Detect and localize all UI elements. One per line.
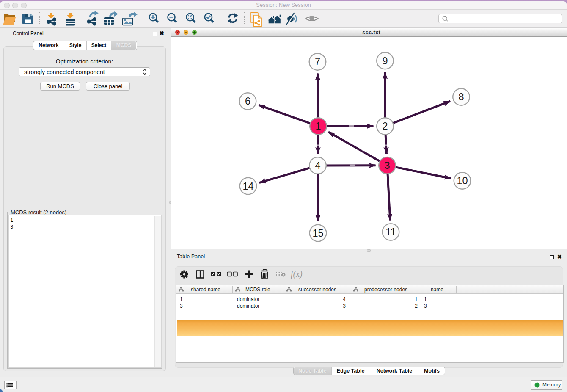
svg-text:8: 8	[458, 91, 464, 102]
svg-text:6: 6	[245, 96, 250, 107]
svg-text:14: 14	[242, 181, 253, 192]
svg-text:3: 3	[384, 160, 390, 171]
svg-text:7: 7	[315, 56, 320, 67]
svg-text:15: 15	[312, 228, 323, 239]
svg-text:2: 2	[382, 121, 388, 132]
svg-text:1: 1	[315, 121, 321, 132]
svg-text:4: 4	[315, 160, 320, 171]
svg-text:11: 11	[385, 226, 396, 237]
svg-text:10: 10	[457, 175, 468, 186]
svg-text:9: 9	[382, 55, 388, 66]
